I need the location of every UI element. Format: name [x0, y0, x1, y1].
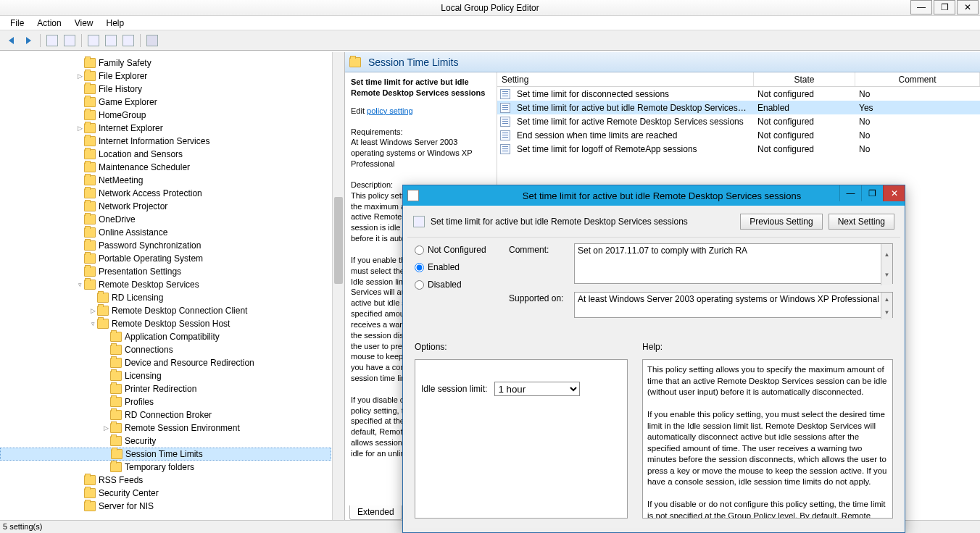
expander-icon[interactable]: ▷ — [88, 304, 97, 317]
back-button[interactable] — [3, 33, 19, 48]
export-button[interactable] — [86, 33, 101, 48]
minimize-button[interactable]: — — [910, 0, 932, 14]
tree-node[interactable]: Session Time Limits — [0, 448, 331, 461]
help-icon — [105, 35, 117, 46]
forward-button[interactable] — [20, 33, 36, 48]
tree-node[interactable]: Network Projector — [0, 200, 331, 213]
col-comment[interactable]: Comment — [855, 72, 980, 86]
expander-icon[interactable]: ▷ — [75, 70, 84, 83]
requirements-head: Requirements: — [351, 127, 491, 138]
help-textbox[interactable]: This policy setting allows you to specif… — [642, 359, 893, 519]
tree-node[interactable]: Family Safety — [0, 56, 331, 70]
tree-node[interactable]: RD Licensing — [0, 291, 331, 304]
comment-spin[interactable]: ▲▼ — [881, 244, 892, 285]
show-hide-tree-button[interactable] — [62, 33, 78, 48]
tab-extended[interactable]: Extended — [349, 505, 402, 520]
tree-node-label: File History — [99, 83, 142, 96]
radio-not-configured[interactable]: Not Configured — [415, 245, 509, 255]
comment-textarea[interactable]: Set on 2017.11.07 to comply with Zurich … — [574, 243, 893, 284]
tree-node[interactable]: Server for NIS — [0, 500, 331, 513]
menu-action[interactable]: Action — [30, 16, 67, 30]
tree-node-label: Security Center — [99, 487, 159, 500]
tree-node-label: Internet Information Services — [99, 135, 209, 148]
scrollbar-thumb[interactable] — [334, 197, 343, 284]
maximize-button[interactable]: ❐ — [934, 0, 955, 14]
tree-node[interactable]: Game Explorer — [0, 96, 331, 109]
up-button[interactable] — [44, 33, 60, 48]
help-button[interactable] — [103, 33, 119, 48]
close-button[interactable]: ✕ — [957, 0, 979, 14]
funnel-icon — [146, 35, 158, 46]
tree-node[interactable]: Internet Information Services — [0, 135, 331, 148]
dialog-maximize-button[interactable]: ❐ — [861, 185, 883, 201]
col-setting[interactable]: Setting — [497, 72, 754, 86]
tree-node[interactable]: ▷Remote Session Environment — [0, 421, 331, 435]
tree-node[interactable]: RD Connection Broker — [0, 408, 331, 421]
dialog-close-button[interactable]: ✕ — [883, 185, 905, 201]
folder-icon — [110, 358, 122, 368]
tree-node[interactable]: OneDrive — [0, 213, 331, 226]
next-setting-button[interactable]: Next Setting — [829, 214, 894, 230]
expander-icon[interactable]: ▿ — [88, 317, 97, 330]
expander-icon[interactable]: ▷ — [101, 421, 110, 435]
tree-node[interactable]: Temporary folders — [0, 461, 331, 474]
tree-node[interactable]: RSS Feeds — [0, 474, 331, 487]
setting-row[interactable]: End session when time limits are reached… — [497, 128, 980, 142]
tree-node[interactable]: File History — [0, 83, 331, 96]
right-header-title: Session Time Limits — [368, 56, 458, 68]
dialog-minimize-button[interactable]: — — [839, 185, 861, 201]
tree-node-label: Profiles — [125, 395, 154, 408]
tree-node[interactable]: Licensing — [0, 369, 331, 382]
supported-spin[interactable]: ▲▼ — [881, 293, 892, 319]
cell-comment: No — [855, 130, 980, 140]
tree-node[interactable]: HomeGroup — [0, 109, 331, 122]
tree-node[interactable]: Portable Operating System — [0, 252, 331, 265]
tree-node[interactable]: Security — [0, 435, 331, 448]
tree-node[interactable]: ▷Internet Explorer — [0, 122, 331, 135]
tree-pane: Family Safety▷File ExplorerFile HistoryG… — [0, 52, 345, 520]
tree-node[interactable]: Maintenance Scheduler — [0, 161, 331, 174]
menu-view[interactable]: View — [68, 16, 100, 30]
tree-node[interactable]: ▷Remote Desktop Connection Client — [0, 304, 331, 317]
filter-button[interactable] — [144, 33, 160, 48]
cell-state: Not configured — [753, 130, 855, 140]
setting-row[interactable]: Set time limit for active but idle Remot… — [497, 101, 980, 114]
tree-node[interactable]: Printer Redirection — [0, 382, 331, 395]
folder-icon — [84, 488, 96, 498]
col-state[interactable]: State — [754, 72, 855, 86]
tree-node-label: Remote Desktop Services — [99, 278, 199, 291]
folder-icon — [84, 214, 96, 224]
tree-node[interactable]: Presentation Settings — [0, 265, 331, 278]
menu-file[interactable]: File — [4, 16, 30, 30]
tree-node[interactable]: NetMeeting — [0, 174, 331, 187]
policy-tree[interactable]: Family Safety▷File ExplorerFile HistoryG… — [0, 52, 331, 520]
cell-comment: No — [855, 89, 980, 99]
properties-button[interactable] — [120, 33, 136, 48]
tree-scrollbar[interactable] — [332, 52, 344, 520]
tree-node[interactable]: Online Assistance — [0, 226, 331, 239]
idle-session-limit-select[interactable]: 1 hour — [494, 382, 580, 396]
tree-node[interactable]: ▷File Explorer — [0, 70, 331, 83]
menu-help[interactable]: Help — [100, 16, 131, 30]
policy-icon — [500, 103, 510, 113]
tree-node[interactable]: Password Synchronization — [0, 239, 331, 252]
radio-disabled[interactable]: Disabled — [415, 280, 509, 290]
tree-node[interactable]: Device and Resource Redirection — [0, 356, 331, 369]
expander-icon[interactable]: ▿ — [75, 278, 84, 291]
setting-row[interactable]: Set time limit for disconnected sessions… — [497, 87, 980, 101]
setting-row[interactable]: Set time limit for logoff of RemoteApp s… — [497, 142, 980, 156]
tree-node[interactable]: ▿Remote Desktop Session Host — [0, 317, 331, 330]
tree-node[interactable]: Application Compatibility — [0, 330, 331, 343]
dialog-title-bar[interactable]: Set time limit for active but idle Remot… — [403, 185, 905, 206]
expander-icon[interactable]: ▷ — [75, 122, 84, 135]
tree-node[interactable]: Security Center — [0, 487, 331, 500]
tree-node[interactable]: Location and Sensors — [0, 148, 331, 161]
tree-node[interactable]: Profiles — [0, 395, 331, 408]
previous-setting-button[interactable]: Previous Setting — [740, 214, 822, 230]
tree-node[interactable]: Connections — [0, 343, 331, 356]
radio-enabled[interactable]: Enabled — [415, 262, 509, 272]
setting-row[interactable]: Set time limit for active Remote Desktop… — [497, 114, 980, 128]
policy-setting-link[interactable]: policy setting — [367, 106, 413, 115]
tree-node[interactable]: Network Access Protection — [0, 187, 331, 200]
tree-node[interactable]: ▿Remote Desktop Services — [0, 278, 331, 291]
